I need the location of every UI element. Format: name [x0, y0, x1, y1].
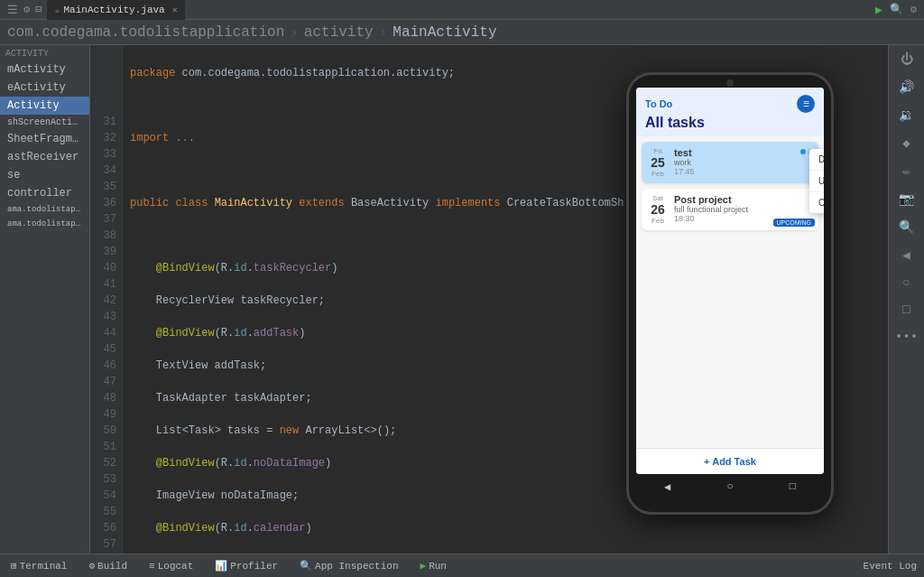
- sync-icon[interactable]: ⊟: [35, 3, 42, 16]
- volume-down-icon[interactable]: 🔉: [899, 107, 914, 123]
- phone-camera: [726, 79, 734, 87]
- nav-home-btn[interactable]: ○: [726, 480, 733, 493]
- sidebar-item-shscreenactivity[interactable]: shScreenActivity: [0, 115, 89, 130]
- upcoming-badge: UPCOMING: [773, 219, 816, 227]
- hamburger-icon[interactable]: ☰: [7, 3, 18, 17]
- nav-recent-btn[interactable]: □: [790, 480, 796, 493]
- breadcrumb-item-com[interactable]: com.codegama.todolistapplication: [7, 24, 284, 41]
- search-icon[interactable]: 🔍: [890, 3, 903, 16]
- context-complete[interactable]: Complete: [809, 192, 824, 213]
- event-log-tab[interactable]: Event Log: [864, 561, 917, 572]
- camera-icon[interactable]: 📷: [899, 191, 914, 207]
- terminal-icon: ⊞: [11, 560, 17, 572]
- tab-main-activity[interactable]: ☕ MainActivity.java ✕: [47, 0, 184, 20]
- task-date-2: Sat 26 Feb: [647, 194, 669, 225]
- code-editor: 31 32 33 34 35 36 37 38 39 40 41 42 43 4…: [90, 45, 888, 554]
- more-icon[interactable]: •••: [895, 330, 918, 344]
- breadcrumb-bar: com.codegama.todolistapplication › activ…: [0, 20, 924, 45]
- app-header: To Do ☰ All tasks: [636, 88, 824, 136]
- phone-mockup: To Do ☰ All tasks Fri: [626, 72, 834, 515]
- phone-screen: To Do ☰ All tasks Fri: [636, 88, 824, 474]
- task-item-1[interactable]: Fri 25 Feb test work 17:45: [642, 142, 818, 183]
- add-task-button[interactable]: + Add Task: [636, 448, 824, 474]
- profiler-label: Profiler: [230, 561, 278, 572]
- right-sidebar: ⏻ 🔊 🔉 ◆ ✏ 📷 🔍 ◀ ○ □ •••: [888, 45, 924, 554]
- line-numbers: 31 32 33 34 35 36 37 38 39 40 41 42 43 4…: [90, 45, 123, 554]
- main-layout: Activity mActivity eActivity Activity sh…: [0, 45, 924, 554]
- profiler-icon: 📊: [215, 560, 227, 572]
- build-tab[interactable]: ⚙ Build: [85, 560, 131, 572]
- sidebar-item-pkg2[interactable]: ama.todolistapplicat: [0, 217, 89, 231]
- run-icon[interactable]: ▶: [875, 3, 882, 17]
- logcat-icon: ≡: [149, 561, 155, 572]
- inspection-icon: 🔍: [300, 560, 312, 572]
- profiler-tab[interactable]: 📊 Profiler: [211, 560, 282, 572]
- task-info-1: test work 17:45: [674, 147, 795, 178]
- inspection-label: App Inspection: [315, 561, 398, 572]
- terminal-tab[interactable]: ⊞ Terminal: [7, 560, 70, 572]
- sidebar-item-pkg1[interactable]: ama.todolistapplicat: [0, 202, 89, 217]
- sidebar-item-eactivity[interactable]: eActivity: [0, 79, 89, 97]
- event-log-label: Event Log: [864, 561, 917, 572]
- sidebar-item-sheetfragment[interactable]: SheetFragment: [0, 130, 89, 148]
- square-icon[interactable]: □: [902, 302, 910, 317]
- app-inspection-tab[interactable]: 🔍 App Inspection: [296, 560, 402, 572]
- task-item-2[interactable]: Sat 26 Feb Post project full functional …: [642, 189, 818, 230]
- sidebar-item-se[interactable]: se: [0, 166, 89, 184]
- run-label: Run: [429, 561, 447, 572]
- task-list: Fri 25 Feb test work 17:45: [636, 136, 824, 448]
- context-menu[interactable]: Delete Update Complete: [809, 149, 824, 213]
- nav-back-btn[interactable]: ◀: [664, 480, 670, 494]
- menu-icon-btn[interactable]: ☰: [797, 95, 815, 113]
- gear-icon[interactable]: ⚙: [910, 3, 917, 16]
- sidebar-item-controller[interactable]: controller: [0, 184, 89, 202]
- settings-icon[interactable]: ⚙: [23, 3, 30, 16]
- todo-label: To Do: [645, 98, 672, 109]
- build-label: Build: [97, 561, 127, 572]
- all-tasks-label: All tasks: [645, 115, 815, 131]
- power-icon[interactable]: ⏻: [901, 52, 913, 67]
- breadcrumb-item-mainactivity[interactable]: MainActivity: [393, 24, 496, 41]
- sidebar-item-mactivity[interactable]: mActivity: [0, 60, 89, 79]
- run-tab[interactable]: ▶ Run: [417, 560, 450, 572]
- volume-up-icon[interactable]: 🔊: [899, 79, 914, 95]
- breadcrumb-item-activity[interactable]: activity: [304, 24, 374, 41]
- sidebar-section-label: Activity: [0, 45, 89, 60]
- build-icon: ⚙: [88, 560, 95, 572]
- logcat-label: Logcat: [158, 561, 194, 572]
- edit-icon[interactable]: ✏: [902, 163, 910, 179]
- terminal-label: Terminal: [20, 561, 68, 572]
- tab-label: MainActivity.java: [64, 5, 165, 15]
- close-tab-icon[interactable]: ✕: [172, 5, 178, 15]
- circle-icon[interactable]: ○: [902, 275, 910, 290]
- run-icon: ▶: [420, 560, 427, 572]
- sidebar: Activity mActivity eActivity Activity sh…: [0, 45, 90, 554]
- java-file-icon: ☕: [54, 5, 60, 15]
- logcat-tab[interactable]: ≡ Logcat: [145, 561, 197, 572]
- bottom-bar: ⊞ Terminal ⚙ Build ≡ Logcat 📊 Profiler 🔍…: [0, 554, 924, 577]
- back-icon[interactable]: ◀: [902, 247, 910, 263]
- sidebar-item-astreceiver[interactable]: astReceiver: [0, 148, 89, 166]
- diamond-icon[interactable]: ◆: [902, 135, 910, 151]
- zoom-icon[interactable]: 🔍: [899, 219, 914, 235]
- top-bar: ☰ ⚙ ⊟ ☕ MainActivity.java ✕ ▶ 🔍 ⚙: [0, 0, 924, 20]
- context-update[interactable]: Update: [809, 171, 824, 192]
- context-delete[interactable]: Delete: [809, 149, 824, 171]
- sidebar-item-activity[interactable]: Activity: [0, 97, 89, 115]
- phone-nav-bar: ◀ ○ □: [636, 474, 824, 499]
- task-date-1: Fri 25 Feb: [647, 147, 669, 178]
